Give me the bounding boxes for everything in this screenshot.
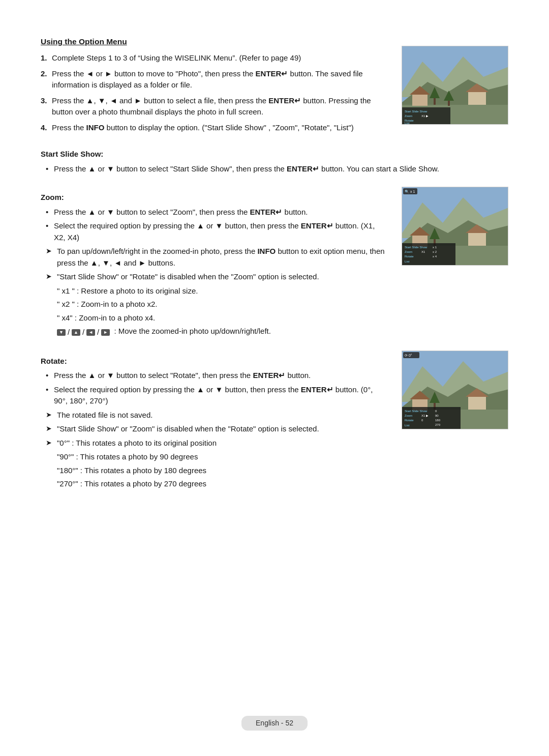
thumb-2-svg: 🔍 x 1 Start Slide Show Zoom X1 x 1 x 2 x… bbox=[402, 187, 508, 266]
svg-text:180: 180 bbox=[435, 419, 441, 422]
dir-right: ► bbox=[101, 329, 110, 336]
dir-up: ▲ bbox=[72, 329, 80, 336]
rot-arr1: ➤ bbox=[46, 410, 57, 421]
svg-text:X1 ▶: X1 ▶ bbox=[421, 114, 429, 118]
svg-text:Start Slide Show: Start Slide Show bbox=[405, 246, 428, 249]
zoom-bullet-1: • Press the ▲ or ▼ button to select "Zoo… bbox=[41, 207, 386, 218]
svg-rect-4 bbox=[412, 95, 428, 106]
zoom-image-container: 🔍 x 1 Start Slide Show Zoom X1 x 1 x 2 x… bbox=[402, 187, 508, 340]
zoom-bullet-list: • Press the ▲ or ▼ button to select "Zoo… bbox=[41, 207, 386, 244]
bullet-start: • bbox=[46, 163, 54, 175]
start-slide-show-list: • Press the ▲ or ▼ button to select "Sta… bbox=[41, 163, 508, 175]
rot-arr2: ➤ bbox=[46, 423, 57, 435]
list-item-1: 1. Complete Steps 1 to 3 of “Using the W… bbox=[41, 52, 386, 64]
svg-text:Zoom: Zoom bbox=[405, 250, 412, 253]
svg-text:Zoom: Zoom bbox=[405, 114, 412, 118]
num-1: 1. bbox=[41, 52, 52, 64]
item-1-text: Complete Steps 1 to 3 of “Using the WISE… bbox=[52, 52, 301, 64]
svg-text:X1 ▶: X1 ▶ bbox=[421, 414, 429, 417]
thumb-3-svg: ⟳ 0° Start Slide Show Zoom X1 ▶ Rotate 0… bbox=[402, 351, 508, 429]
start-slide-show-section: Start Slide Show: • Press the ▲ or ▼ but… bbox=[41, 149, 508, 175]
enter-2: ENTER↵ bbox=[256, 69, 288, 78]
zoom-b2: • bbox=[46, 220, 54, 243]
top-image-container: Start Slide Show Zoom X1 ▶ Rotate List bbox=[402, 46, 508, 138]
section-title: Using the Option Menu bbox=[41, 36, 386, 47]
zoom-arr2-text: "Start Slide Show" or "Rotate" is disabl… bbox=[57, 271, 319, 283]
enter-z2: ENTER↵ bbox=[301, 221, 333, 230]
svg-text:x 1: x 1 bbox=[433, 246, 437, 249]
photo-thumb-3: ⟳ 0° Start Slide Show Zoom X1 ▶ Rotate 0… bbox=[402, 351, 508, 429]
zoom-b1-text: Press the ▲ or ▼ button to select "Zoom"… bbox=[54, 207, 308, 218]
zoom-dir-btns: ▼ / ▲ / ◄ / ► : Move the zoomed-in photo… bbox=[41, 326, 386, 338]
rotate-bullet-2: • Select the required option by pressing… bbox=[41, 384, 386, 407]
rotate-arrow-2: ➤ "Start Slide Show" or "Zoom" is disabl… bbox=[41, 423, 386, 435]
rotate-section: Rotate: • Press the ▲ or ▼ button to sel… bbox=[41, 345, 508, 492]
footer-badge: English - 52 bbox=[241, 716, 308, 731]
rotate-image-container: ⟳ 0° Start Slide Show Zoom X1 ▶ Rotate 0… bbox=[402, 351, 508, 492]
zoom-arr1-text: To pan up/down/left/right in the zoomed-… bbox=[57, 246, 386, 269]
rot-b1: • bbox=[46, 370, 54, 382]
item-4-text: Press the INFO button to display the opt… bbox=[52, 122, 354, 134]
rot-b2: • bbox=[46, 384, 54, 407]
dir-down: ▼ bbox=[57, 329, 66, 336]
svg-text:X1: X1 bbox=[421, 250, 425, 253]
top-text: Using the Option Menu 1. Complete Steps … bbox=[41, 36, 386, 138]
zoom-arrow-2: ➤ "Start Slide Show" or "Rotate" is disa… bbox=[41, 271, 386, 283]
rotate-title: Rotate: bbox=[41, 356, 386, 367]
svg-text:x 2: x 2 bbox=[433, 250, 437, 253]
dir-btn-group: ▼ / ▲ / ◄ / ► bbox=[57, 327, 110, 338]
zoom-x4: " x4" : Zoom-in to a photo x4. bbox=[41, 312, 386, 324]
enter-ss: ENTER↵ bbox=[287, 164, 319, 173]
rot-deg-arr0: ➤ bbox=[46, 438, 57, 449]
svg-rect-45 bbox=[468, 397, 486, 410]
svg-text:Rotate: Rotate bbox=[405, 255, 414, 258]
zoom-b2-text: Select the required option by pressing t… bbox=[54, 220, 386, 243]
num-3: 3. bbox=[41, 95, 52, 118]
rotate-deg-270: "270°" : This rotates a photo by 270 deg… bbox=[41, 478, 386, 490]
item-2-text: Press the ◄ or ► button to move to "Phot… bbox=[52, 68, 386, 91]
footer: English - 52 bbox=[0, 716, 549, 731]
svg-text:270: 270 bbox=[435, 423, 441, 426]
zoom-arr1: ➤ bbox=[46, 246, 57, 269]
svg-text:Start Slide Show: Start Slide Show bbox=[405, 110, 428, 113]
svg-text:Rotate: Rotate bbox=[405, 419, 414, 422]
zoom-title: Zoom: bbox=[41, 192, 386, 203]
zoom-bullet-2: • Select the required option by pressing… bbox=[41, 220, 386, 243]
svg-rect-8 bbox=[434, 97, 436, 105]
start-slide-show-item: • Press the ▲ or ▼ button to select "Sta… bbox=[41, 163, 508, 175]
rotate-arrow-1: ➤ The rotated file is not saved. bbox=[41, 410, 386, 421]
svg-text:90: 90 bbox=[435, 414, 439, 417]
start-slide-show-title: Start Slide Show: bbox=[41, 149, 508, 160]
rot-deg-0-text: "0°" : This rotates a photo to its origi… bbox=[57, 438, 217, 449]
zoom-section: Zoom: • Press the ▲ or ▼ button to selec… bbox=[41, 182, 508, 340]
top-section: Using the Option Menu 1. Complete Steps … bbox=[41, 36, 508, 138]
num-2: 2. bbox=[41, 68, 52, 91]
main-numbered-list: 1. Complete Steps 1 to 3 of “Using the W… bbox=[41, 52, 386, 133]
dir-sep1: / bbox=[67, 327, 71, 338]
zoom-arr2: ➤ bbox=[46, 271, 57, 283]
zoom-text: Zoom: • Press the ▲ or ▼ button to selec… bbox=[41, 182, 386, 340]
svg-rect-24 bbox=[468, 233, 486, 246]
rot-arr1-text: The rotated file is not saved. bbox=[57, 410, 152, 421]
rotate-bullet-1: • Press the ▲ or ▼ button to select "Rot… bbox=[41, 370, 386, 382]
svg-text:⟳  0°: ⟳ 0° bbox=[405, 354, 412, 357]
photo-thumb-2: 🔍 x 1 Start Slide Show Zoom X1 x 1 x 2 x… bbox=[402, 187, 508, 266]
svg-text:🔍 x 1: 🔍 x 1 bbox=[405, 189, 415, 194]
dir-left: ◄ bbox=[86, 329, 95, 336]
svg-text:x 4: x 4 bbox=[433, 255, 437, 258]
zoom-x2: " x2 " : Zoom-in to a photo x2. bbox=[41, 299, 386, 310]
dir-sep3: / bbox=[96, 327, 100, 338]
rot-b1-text: Press the ▲ or ▼ button to select "Rotat… bbox=[54, 370, 311, 382]
svg-text:List: List bbox=[405, 122, 410, 125]
list-item-4: 4. Press the INFO button to display the … bbox=[41, 122, 386, 134]
svg-text:List: List bbox=[405, 260, 410, 263]
enter-r2: ENTER↵ bbox=[301, 385, 333, 394]
list-item-3: 3. Press the ▲, ▼, ◄ and ► button to sel… bbox=[41, 95, 386, 118]
list-item-2: 2. Press the ◄ or ► button to move to "P… bbox=[41, 68, 386, 91]
svg-text:List: List bbox=[405, 424, 410, 427]
zoom-b1: • bbox=[46, 207, 54, 218]
thumb-1-svg: Start Slide Show Zoom X1 ▶ Rotate List bbox=[402, 46, 508, 125]
info-4: INFO bbox=[86, 123, 105, 132]
zoom-arrow-1: ➤ To pan up/down/left/right in the zoome… bbox=[41, 246, 386, 269]
svg-text:Zoom: Zoom bbox=[405, 414, 412, 417]
